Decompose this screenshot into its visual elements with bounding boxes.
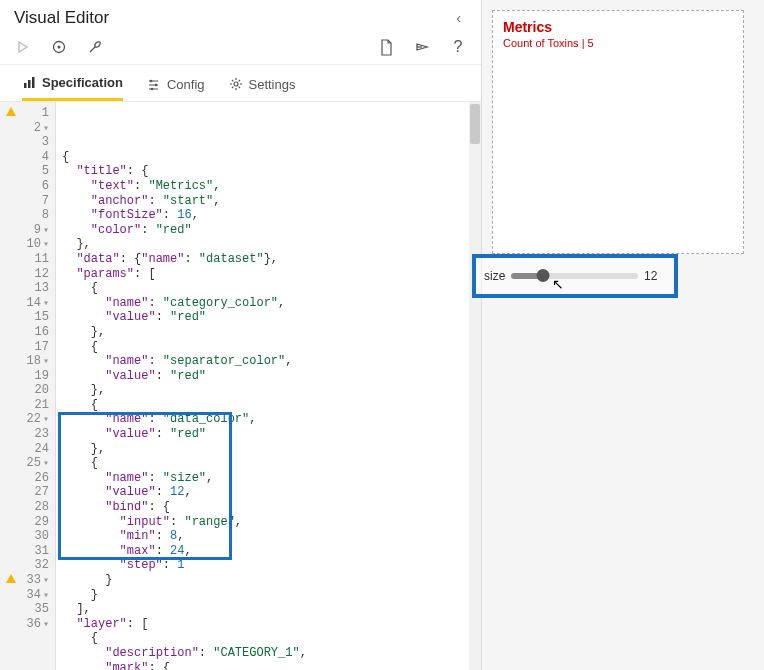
- code-line[interactable]: "max": 24,: [62, 544, 475, 559]
- code-line[interactable]: }: [62, 588, 475, 603]
- code-line[interactable]: "value": 12,: [62, 485, 475, 500]
- visualization-preview: Metrics Count of Toxins | 5: [492, 10, 744, 254]
- svg-point-8: [234, 82, 238, 86]
- vertical-scrollbar[interactable]: [469, 102, 481, 670]
- tab-label: Settings: [249, 77, 296, 92]
- code-line[interactable]: "anchor": "start",: [62, 194, 475, 209]
- slider-label: size: [484, 269, 505, 283]
- code-line[interactable]: "value": "red": [62, 427, 475, 442]
- code-line[interactable]: "color": "red": [62, 223, 475, 238]
- code-line[interactable]: "description": "CATEGORY_1",: [62, 646, 475, 661]
- code-line[interactable]: "name": "size",: [62, 471, 475, 486]
- new-file-icon[interactable]: [377, 38, 395, 56]
- code-line[interactable]: "fontSize": 16,: [62, 208, 475, 223]
- svg-point-7: [151, 87, 154, 90]
- highlight-size-slider: size ↖ 12: [472, 254, 678, 298]
- code-line[interactable]: {: [62, 281, 475, 296]
- code-line[interactable]: "value": "red": [62, 310, 475, 325]
- code-line[interactable]: "value": "red": [62, 369, 475, 384]
- code-line[interactable]: {: [62, 340, 475, 355]
- code-line[interactable]: },: [62, 442, 475, 457]
- tab-settings[interactable]: Settings: [229, 75, 296, 101]
- svg-rect-4: [32, 77, 35, 88]
- viz-subtitle: Count of Toxins | 5: [503, 37, 733, 49]
- code-line[interactable]: }: [62, 573, 475, 588]
- code-editor[interactable]: 12▾3456789▾10▾11121314▾15161718▾19202122…: [0, 102, 481, 670]
- cursor-icon: ↖: [552, 276, 564, 292]
- tab-specification[interactable]: Specification: [22, 75, 123, 101]
- share-icon[interactable]: [413, 38, 431, 56]
- svg-point-5: [150, 79, 153, 82]
- code-line[interactable]: {: [62, 631, 475, 646]
- svg-point-1: [58, 46, 61, 49]
- preview-pane: Metrics Count of Toxins | 5 size ↖ 12: [482, 0, 764, 670]
- help-icon[interactable]: ?: [449, 38, 467, 56]
- code-line[interactable]: "input": "range",: [62, 515, 475, 530]
- slider-value: 12: [644, 269, 666, 283]
- editor-pane: Visual Editor ‹: [0, 0, 482, 670]
- svg-rect-3: [28, 80, 31, 88]
- code-line[interactable]: "bind": {: [62, 500, 475, 515]
- gear-icon: [229, 77, 243, 91]
- code-line[interactable]: },: [62, 237, 475, 252]
- tab-config[interactable]: Config: [147, 75, 205, 101]
- code-line[interactable]: "step": 1: [62, 558, 475, 573]
- code-line[interactable]: "params": [: [62, 267, 475, 282]
- code-line[interactable]: },: [62, 325, 475, 340]
- code-line[interactable]: {: [62, 150, 475, 165]
- editor-title: Visual Editor: [14, 8, 109, 28]
- code-line[interactable]: "title": {: [62, 164, 475, 179]
- editor-tabs: Specification Config Settings: [0, 65, 481, 102]
- code-line[interactable]: "min": 8,: [62, 529, 475, 544]
- code-line[interactable]: "data": {"name": "dataset"},: [62, 252, 475, 267]
- svg-point-6: [155, 83, 158, 86]
- code-line[interactable]: {: [62, 456, 475, 471]
- editor-header: Visual Editor ‹: [0, 0, 481, 34]
- svg-rect-2: [24, 83, 27, 88]
- target-icon[interactable]: [50, 38, 68, 56]
- sliders-icon: [147, 77, 161, 91]
- editor-toolbar: ?: [0, 34, 481, 65]
- code-line[interactable]: {: [62, 398, 475, 413]
- code-line[interactable]: "name": "data_color",: [62, 412, 475, 427]
- scrollbar-thumb[interactable]: [470, 104, 480, 144]
- code-line[interactable]: ],: [62, 602, 475, 617]
- slider-thumb[interactable]: [537, 269, 550, 282]
- bar-chart-icon: [22, 76, 36, 90]
- code-line[interactable]: "mark": {: [62, 661, 475, 670]
- play-icon[interactable]: [14, 38, 32, 56]
- code-line[interactable]: "name": "category_color",: [62, 296, 475, 311]
- code-line[interactable]: "text": "Metrics",: [62, 179, 475, 194]
- code-line[interactable]: },: [62, 383, 475, 398]
- tab-label: Config: [167, 77, 205, 92]
- code-area[interactable]: { "title": { "text": "Metrics", "anchor"…: [56, 102, 481, 670]
- app-root: Visual Editor ‹: [0, 0, 764, 670]
- size-slider[interactable]: ↖: [511, 273, 638, 279]
- toolbar-right-group: ?: [377, 38, 467, 56]
- wrench-icon[interactable]: [86, 38, 104, 56]
- code-line[interactable]: "name": "separator_color",: [62, 354, 475, 369]
- code-line[interactable]: "layer": [: [62, 617, 475, 632]
- toolbar-left-group: [14, 38, 104, 56]
- viz-title: Metrics: [503, 19, 733, 35]
- collapse-button[interactable]: ‹: [450, 10, 467, 26]
- line-gutter: 12▾3456789▾10▾11121314▾15161718▾19202122…: [0, 102, 56, 670]
- tab-label: Specification: [42, 75, 123, 90]
